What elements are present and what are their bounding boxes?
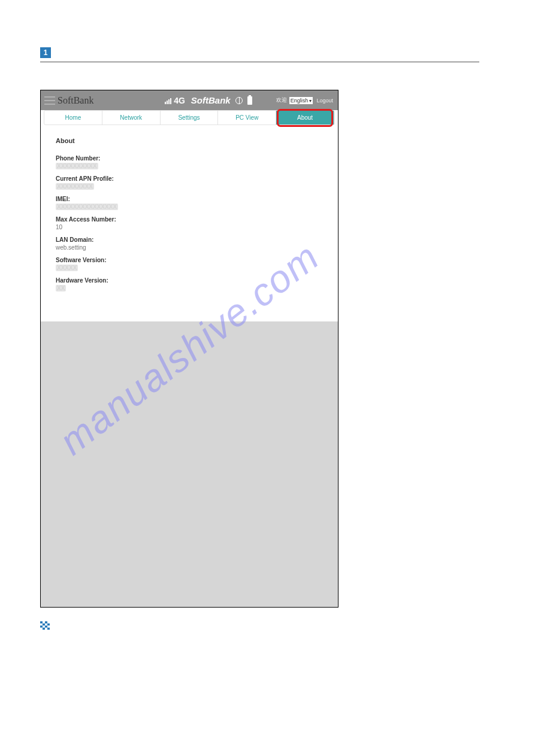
screenshot-frame: manualshive.com SoftBank 4G SoftBank 欢迎 … xyxy=(40,90,338,608)
tab-about[interactable]: About xyxy=(276,111,334,125)
network-type-label: 4G xyxy=(174,96,185,105)
hardware-version-value: XX xyxy=(56,285,66,292)
lan-domain-value: web.setting xyxy=(56,244,323,251)
brand-center-label: SoftBank xyxy=(191,95,231,105)
hardware-version-label: Hardware Version: xyxy=(56,277,323,284)
signal-icon xyxy=(165,97,171,104)
phone-number-value: XXXXXXXXXX xyxy=(56,163,98,169)
apn-profile-label: Current APN Profile: xyxy=(56,175,323,182)
svg-rect-1 xyxy=(40,621,43,624)
svg-rect-2 xyxy=(45,621,47,624)
globe-icon xyxy=(235,97,243,104)
software-version-label: Software Version: xyxy=(56,257,323,263)
apn-profile-value: XXXXXXXXX xyxy=(56,183,94,190)
language-select[interactable]: English xyxy=(289,97,313,104)
imei-value: XXXXXXXXXXXXXXX xyxy=(56,204,118,210)
divider xyxy=(40,62,479,62)
svg-rect-6 xyxy=(45,626,47,628)
svg-rect-4 xyxy=(47,624,50,626)
brand-left-label: SoftBank xyxy=(58,95,93,106)
greeting-label: 欢迎 xyxy=(276,96,287,104)
card-title: About xyxy=(56,137,323,144)
device-top-bar: SoftBank 4G SoftBank 欢迎 English Logout xyxy=(41,90,338,110)
svg-rect-3 xyxy=(43,624,45,626)
imei-label: IMEI: xyxy=(56,196,323,202)
tab-home[interactable]: Home xyxy=(44,111,102,125)
about-card: About Phone Number: XXXXXXXXXX Current A… xyxy=(44,131,335,321)
finish-flag-icon xyxy=(40,621,50,630)
software-version-value: XXXXX xyxy=(56,265,78,271)
max-access-label: Max Access Number: xyxy=(56,216,323,223)
lan-domain-label: LAN Domain: xyxy=(56,236,323,243)
svg-rect-8 xyxy=(47,628,50,630)
step-number-badge: 1 xyxy=(40,47,51,58)
tab-settings[interactable]: Settings xyxy=(161,111,219,125)
tab-bar: Home Network Settings PC View About xyxy=(44,110,335,125)
svg-rect-5 xyxy=(40,626,43,628)
menu-icon[interactable] xyxy=(44,96,55,105)
battery-icon xyxy=(247,96,252,105)
phone-number-label: Phone Number: xyxy=(56,155,323,162)
tab-network[interactable]: Network xyxy=(102,111,161,125)
logout-link[interactable]: Logout xyxy=(316,98,333,104)
tab-pcview[interactable]: PC View xyxy=(218,111,276,125)
svg-rect-7 xyxy=(43,628,45,630)
max-access-value: 10 xyxy=(56,224,323,230)
empty-area xyxy=(41,321,338,608)
